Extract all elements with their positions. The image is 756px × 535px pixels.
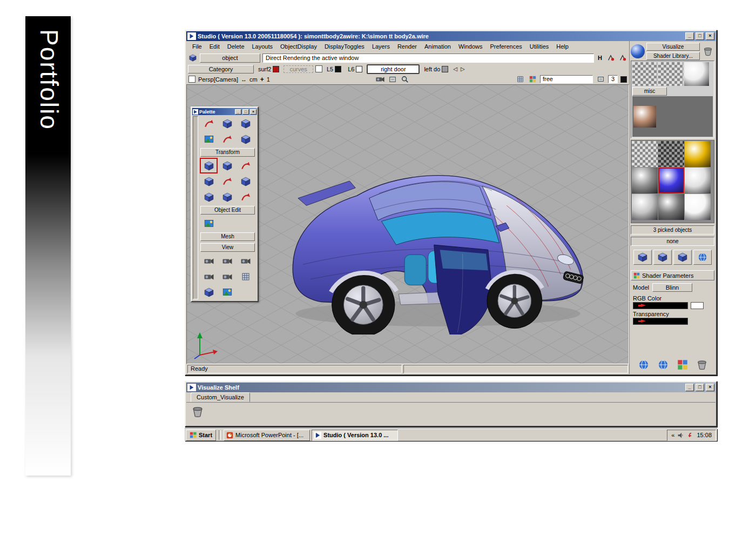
palette-close-button[interactable]: ×	[250, 109, 256, 115]
start-button[interactable]: Start	[186, 430, 216, 441]
minimize-button[interactable]: _	[685, 32, 694, 40]
palette-surfaces-tool-icon[interactable]	[237, 116, 254, 131]
palette-section-view[interactable]: View	[200, 243, 255, 252]
shader-swatch[interactable]	[632, 141, 658, 167]
align-tool-icon[interactable]	[237, 190, 254, 204]
palette-locators-tool-icon[interactable]	[237, 132, 254, 146]
shelf-close-button[interactable]: ×	[706, 384, 714, 391]
tab-custom-visualize[interactable]: Custom_Visualize	[191, 392, 250, 402]
palette-window[interactable]: Palette _ □ ×	[191, 106, 259, 302]
shader-swatch-selected[interactable]	[658, 168, 684, 193]
twist-camera-icon[interactable]	[219, 269, 235, 284]
page-number-box[interactable]: 3	[608, 75, 618, 83]
menu-delete[interactable]: Delete	[224, 42, 248, 51]
palette-curves-tool-icon[interactable]	[219, 116, 235, 131]
model-dropdown[interactable]: Blinn	[652, 283, 692, 292]
shader-swatch[interactable]	[632, 194, 658, 220]
layer-l6-color-chip[interactable]	[356, 66, 362, 72]
menu-layouts[interactable]: Layouts	[248, 42, 277, 51]
render-sphere-icon[interactable]	[654, 358, 672, 372]
car-model[interactable]	[276, 145, 600, 335]
layer-l5[interactable]: L5	[325, 66, 343, 72]
shader-swatch[interactable]	[685, 194, 711, 220]
layer-l6[interactable]: L6	[346, 66, 364, 72]
page-flip-icon[interactable]	[596, 75, 605, 84]
zoom-tool-icon[interactable]	[400, 75, 410, 84]
layer-curves[interactable]: curves	[284, 65, 313, 73]
duplicate-tool-icon[interactable]	[219, 190, 235, 204]
close-button[interactable]: ×	[706, 32, 714, 40]
visualize-button[interactable]: Visualize	[646, 43, 700, 51]
tray-chevron-icon[interactable]: «	[671, 432, 674, 438]
maximize-button[interactable]: □	[696, 32, 704, 40]
transparency-slider[interactable]	[633, 318, 688, 325]
taskbar-studio-button[interactable]: Studio ( Version 13.0 ...	[312, 430, 398, 441]
shelf-content[interactable]	[186, 403, 716, 425]
palette-titlebar[interactable]: Palette _ □ ×	[192, 108, 257, 115]
layer-next-icon[interactable]: ▷	[460, 66, 465, 72]
currency-tray-icon[interactable]	[687, 432, 694, 439]
palette-section-object-edit[interactable]: Object Edit	[200, 206, 255, 215]
layer-left-door[interactable]: left do	[422, 66, 450, 72]
history-toggle-icon[interactable]: H	[596, 55, 604, 61]
library-shader-swatch[interactable]	[658, 62, 683, 86]
layer-prev-icon[interactable]: ◁	[453, 66, 458, 72]
shader-library-button[interactable]: Shader Library...	[646, 52, 700, 60]
track-tool-icon[interactable]	[528, 75, 537, 84]
layer-surf2[interactable]: surf2	[256, 66, 281, 72]
layer-checkbox[interactable]	[315, 65, 322, 72]
menu-displaytoggles[interactable]: DisplayToggles	[321, 42, 368, 51]
grid-toggle-icon[interactable]	[515, 75, 525, 84]
menu-help[interactable]: Help	[552, 42, 572, 51]
snap-move-tool-icon[interactable]	[219, 174, 235, 189]
shader-swatch[interactable]	[685, 141, 711, 167]
palette-maximize-button[interactable]: □	[242, 109, 249, 115]
library-shader-swatch[interactable]	[684, 62, 709, 86]
shader-parameters-header[interactable]: Shader Parameters	[631, 270, 714, 280]
pivot-tool-icon[interactable]	[237, 174, 254, 189]
move-tool-icon[interactable]	[200, 158, 217, 173]
menu-animation[interactable]: Animation	[421, 42, 455, 51]
menu-windows[interactable]: Windows	[455, 42, 487, 51]
view-image-icon[interactable]	[219, 285, 235, 299]
palette-section-mesh[interactable]: Mesh	[200, 232, 255, 241]
tab-misc[interactable]: misc	[632, 87, 667, 96]
menu-preferences[interactable]: Preferences	[487, 42, 526, 51]
look-at-grid-icon[interactable]	[237, 269, 254, 284]
tumble-camera-icon[interactable]	[200, 253, 217, 268]
copy-shader-button[interactable]	[673, 250, 692, 265]
menu-render[interactable]: Render	[394, 42, 421, 51]
menu-file[interactable]: File	[188, 42, 206, 51]
palette-pick-component-icon[interactable]	[219, 132, 235, 146]
trash-pot-icon[interactable]	[693, 358, 711, 372]
shader-swatch[interactable]	[658, 194, 684, 220]
shelf-titlebar[interactable]: Visualize Shelf _ □ ×	[186, 383, 716, 392]
render-region-icon[interactable]	[388, 75, 397, 84]
dolly-camera-icon[interactable]	[237, 253, 254, 268]
paint-sphere-icon[interactable]	[635, 358, 652, 372]
shelf-maximize-button[interactable]: □	[696, 384, 704, 391]
pick-shader-button[interactable]	[653, 250, 672, 265]
shelf-pot-icon[interactable]	[192, 406, 204, 418]
snap-locator-icon[interactable]	[618, 54, 627, 62]
shader-swatch[interactable]	[632, 168, 658, 193]
pick-object-icon[interactable]	[188, 54, 198, 62]
mirror-tool-icon[interactable]	[200, 190, 217, 204]
palette-pick-tool-icon[interactable]	[200, 116, 217, 131]
swatch-grid-icon[interactable]	[674, 358, 691, 372]
background-color-chip[interactable]	[620, 76, 627, 83]
view-mode-field[interactable]: free	[540, 75, 593, 83]
pointer-pick-icon[interactable]	[606, 54, 616, 62]
camera-label[interactable]: Persp[Camera]	[198, 76, 238, 83]
studio-titlebar[interactable]: Studio ( Version 13.0 200511180054 ): si…	[186, 31, 716, 41]
layer-l5-color-chip[interactable]	[335, 66, 341, 72]
layer-surf2-color-chip[interactable]	[273, 66, 279, 72]
palette-scroll-strip[interactable]	[193, 116, 198, 299]
nonp-scale-tool-icon[interactable]	[200, 174, 217, 189]
palette-section-transform[interactable]: Transform	[200, 148, 255, 157]
rgb-color-slider[interactable]	[633, 302, 688, 309]
menu-utilities[interactable]: Utilities	[526, 42, 552, 51]
shade-objects-button[interactable]	[693, 250, 712, 265]
rgb-color-chip[interactable]	[691, 302, 704, 309]
menu-objectdisplay[interactable]: ObjectDisplay	[276, 42, 321, 51]
